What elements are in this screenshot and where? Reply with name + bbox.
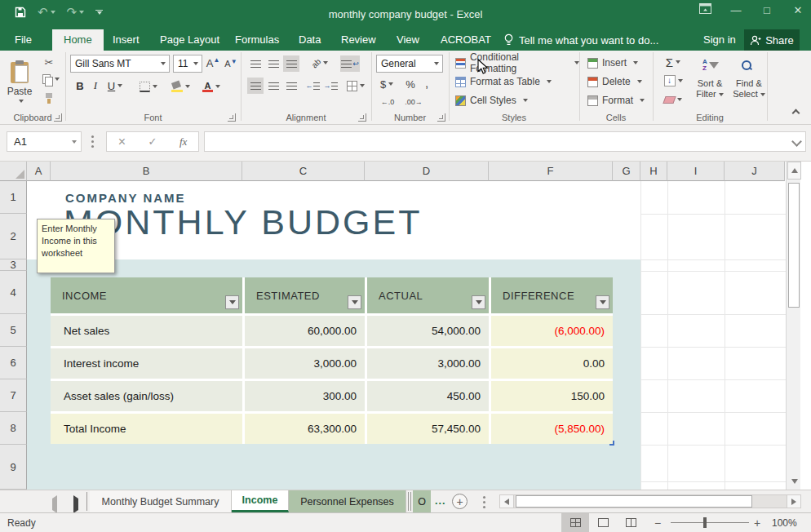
shrink-font-button[interactable]: A▼ — [224, 56, 238, 71]
cell-styles-dropdown-icon[interactable] — [523, 99, 528, 102]
row-header-4[interactable]: 4 — [0, 271, 27, 314]
font-color-button[interactable]: A — [199, 78, 224, 94]
expand-formula-bar-icon[interactable] — [791, 136, 802, 147]
comment-note[interactable]: Enter Monthly Income in this worksheet — [37, 219, 115, 273]
font-color-dropdown-icon[interactable] — [215, 85, 220, 88]
tab-data[interactable]: Data — [295, 29, 324, 51]
row-header-2[interactable]: 2 — [0, 214, 27, 259]
insert-dropdown-icon[interactable] — [633, 61, 638, 64]
accounting-dropdown-icon[interactable] — [388, 82, 393, 86]
share-button[interactable]: Share — [744, 29, 800, 51]
cut-button[interactable]: ✂ — [39, 55, 59, 69]
sheet-canvas[interactable]: COMPANY NAME MONTHLY BUDGET Enter Monthl… — [27, 181, 786, 490]
name-box[interactable]: A1 — [7, 131, 82, 152]
minimize-button[interactable]: — — [728, 4, 744, 16]
tab-page-layout[interactable]: Page Layout — [157, 29, 223, 51]
cell-difference[interactable]: 0.00 — [489, 346, 613, 379]
zoom-in-button[interactable]: + — [754, 516, 760, 530]
filter-button-actual[interactable] — [472, 295, 485, 309]
borders-button[interactable] — [137, 79, 160, 94]
format-painter-button[interactable] — [39, 91, 59, 104]
conditional-formatting-button[interactable]: Conditional Formatting — [455, 55, 579, 70]
font-size-dropdown-icon[interactable] — [193, 62, 198, 65]
new-sheet-button[interactable]: + — [452, 494, 468, 509]
format-as-table-dropdown-icon[interactable] — [547, 80, 552, 83]
tab-insert[interactable]: Insert — [109, 29, 143, 51]
filter-button-income[interactable] — [225, 295, 239, 309]
number-format-combo[interactable]: General — [376, 55, 443, 73]
underline-dropdown-icon[interactable] — [117, 84, 122, 87]
column-header-c[interactable]: C — [242, 162, 365, 181]
top-align-button[interactable] — [247, 55, 264, 72]
accounting-format-button[interactable]: $ — [378, 77, 396, 91]
copy-dropdown-icon[interactable] — [55, 78, 60, 81]
fill-color-button[interactable] — [168, 79, 193, 94]
grow-font-button[interactable]: A▲ — [206, 55, 220, 71]
underline-button[interactable]: U — [104, 78, 126, 94]
tab-bar-splitter[interactable] — [483, 501, 485, 503]
cell-difference[interactable]: 150.00 — [489, 379, 613, 411]
sheet-nav-prev-button[interactable] — [52, 499, 57, 510]
header-cell-estimated[interactable]: ESTIMATED — [242, 277, 365, 313]
number-dialog-launcher-icon[interactable] — [437, 113, 445, 122]
sign-in-button[interactable]: Sign in — [703, 29, 736, 51]
middle-align-button[interactable] — [265, 55, 281, 72]
align-left-button[interactable] — [247, 78, 264, 94]
fill-button[interactable]: ↓ — [661, 73, 685, 88]
copy-button[interactable] — [39, 73, 62, 86]
zoom-percentage[interactable]: 100% — [772, 517, 797, 529]
sheet-tab-income[interactable]: Income — [232, 490, 289, 512]
delete-cells-button[interactable]: Delete — [587, 74, 642, 89]
font-size-combo[interactable]: 11 — [173, 55, 202, 73]
page-break-view-button[interactable] — [617, 513, 645, 532]
insert-cells-button[interactable]: Insert — [587, 55, 638, 70]
tab-formulas[interactable]: Formulas — [232, 29, 282, 51]
increase-indent-button[interactable]: → — [322, 78, 339, 94]
zoom-slider-thumb[interactable] — [703, 517, 707, 528]
increase-decimal-button[interactable]: ←.0 — [376, 95, 399, 108]
format-cells-button[interactable]: Format — [587, 93, 645, 108]
fill-color-dropdown-icon[interactable] — [185, 85, 190, 88]
autosum-dropdown-icon[interactable] — [676, 60, 680, 64]
zoom-out-button[interactable]: − — [654, 516, 661, 530]
row-header-5[interactable]: 5 — [0, 314, 27, 347]
cell-estimated[interactable]: 63,300.00 — [242, 411, 365, 444]
header-cell-actual[interactable]: ACTUAL — [365, 277, 489, 313]
clipboard-dialog-launcher-icon[interactable] — [54, 113, 62, 122]
normal-view-button[interactable] — [561, 513, 589, 532]
vertical-scrollbar[interactable] — [786, 162, 800, 490]
scroll-right-button[interactable] — [787, 495, 800, 508]
cancel-icon[interactable]: × — [118, 135, 126, 149]
tab-review[interactable]: Review — [338, 29, 379, 51]
cell-estimated[interactable]: 3,000.00 — [242, 346, 365, 379]
scroll-left-button[interactable] — [500, 495, 514, 508]
tab-file[interactable]: File — [11, 29, 35, 51]
cell-label[interactable]: Net sales — [51, 313, 242, 346]
scroll-down-button[interactable] — [787, 473, 801, 490]
row-header-9[interactable]: 9 — [0, 445, 27, 490]
column-header-f[interactable]: F — [489, 162, 613, 181]
orientation-button[interactable]: ab — [308, 54, 332, 72]
maximize-button[interactable]: □ — [759, 4, 775, 16]
format-dropdown-icon[interactable] — [640, 99, 645, 102]
font-dialog-launcher-icon[interactable] — [228, 113, 236, 122]
wrap-text-button[interactable]: ↩ — [340, 55, 360, 72]
filter-button-estimated[interactable] — [348, 295, 361, 309]
name-box-dropdown-icon[interactable] — [72, 140, 77, 144]
collapse-ribbon-button[interactable] — [787, 106, 804, 119]
autosum-button[interactable]: Σ — [661, 54, 685, 70]
decrease-indent-button[interactable]: ← — [304, 78, 321, 94]
cell-estimated[interactable]: 300.00 — [242, 379, 365, 411]
comma-style-button[interactable]: , — [422, 75, 432, 90]
cell-label[interactable]: Total Income — [51, 411, 242, 444]
table-resize-handle[interactable] — [609, 441, 614, 446]
merge-center-button[interactable] — [343, 78, 368, 94]
alignment-dialog-launcher-icon[interactable] — [358, 113, 366, 122]
bottom-align-button[interactable] — [283, 55, 299, 72]
page-layout-view-button[interactable] — [589, 513, 617, 532]
column-header-b[interactable]: B — [51, 162, 242, 181]
sheet-nav-next-button[interactable] — [73, 499, 78, 510]
enter-icon[interactable]: ✓ — [148, 135, 157, 148]
column-header-g[interactable]: G — [613, 162, 640, 181]
cell-actual[interactable]: 54,000.00 — [365, 313, 489, 346]
